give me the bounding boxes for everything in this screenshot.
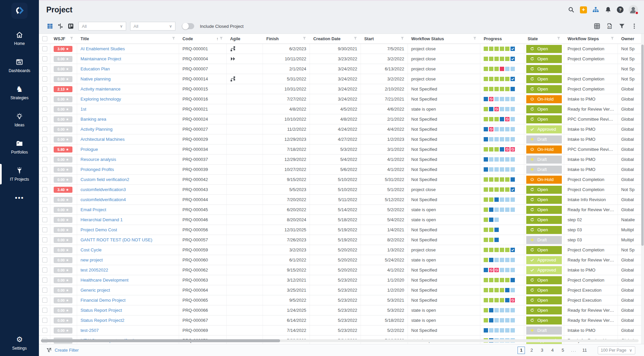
- project-title-link[interactable]: Exploring technology: [80, 97, 121, 102]
- table-row[interactable]: 0.00★Native planningPRQ-0000145/31/20223…: [39, 74, 644, 84]
- project-title-link[interactable]: Status Report Project: [80, 308, 122, 313]
- row-checkbox[interactable]: [42, 46, 47, 51]
- project-title-link[interactable]: new project: [80, 257, 103, 262]
- project-title-link[interactable]: AI Enablement Studies: [80, 46, 125, 51]
- row-checkbox[interactable]: [42, 107, 47, 112]
- sidebar-item-more[interactable]: •••: [0, 190, 39, 205]
- vertical-scrollbar[interactable]: [641, 34, 644, 344]
- column-header-owner[interactable]: Owner: [618, 34, 644, 44]
- table-row[interactable]: 0.00★Healthcare DevelopmentPRQ-0000633/1…: [39, 275, 644, 285]
- table-row[interactable]: 0.00★Activity PlanningPRQ-00002711/2/202…: [39, 124, 644, 134]
- row-checkbox[interactable]: [42, 207, 47, 212]
- add-new-button[interactable]: +: [580, 6, 587, 13]
- row-checkbox[interactable]: [42, 268, 47, 273]
- page-button-5[interactable]: 5: [559, 347, 567, 354]
- swimlane-view-icon[interactable]: [57, 22, 64, 30]
- table-row[interactable]: 0.00★Exploring technologyPRQ-0000167/27/…: [39, 94, 644, 104]
- column-header-progress[interactable]: Progress: [480, 34, 524, 44]
- table-row[interactable]: 0.00★test 20052022PRQ-0000629/15/20225/2…: [39, 265, 644, 275]
- grid-view-icon[interactable]: [46, 22, 54, 30]
- table-row[interactable]: 0.00★Generic projectPRQ-0000643/25/20215…: [39, 285, 644, 295]
- row-checkbox[interactable]: [42, 127, 47, 132]
- project-title-link[interactable]: Project Demo Cost: [80, 227, 117, 232]
- kebab-menu-icon[interactable]: [631, 22, 638, 30]
- column-header-title[interactable]: Title: [77, 34, 179, 44]
- column-header-wsjf[interactable]: WSJF: [50, 34, 77, 44]
- project-title-link[interactable]: Native planning: [80, 76, 111, 81]
- help-icon[interactable]: ?: [617, 6, 624, 13]
- filter-select-1[interactable]: All ∨: [78, 22, 126, 31]
- row-checkbox[interactable]: [42, 157, 47, 162]
- row-checkbox[interactable]: [42, 318, 47, 323]
- project-title-link[interactable]: customfieldverification4: [80, 197, 126, 202]
- page-button-4[interactable]: 4: [549, 347, 556, 354]
- table-row[interactable]: 5.80★ProloguePRQ-0000347/18/20225/3/2022…: [39, 144, 644, 155]
- project-title-link[interactable]: Banking area: [80, 117, 106, 122]
- export-xls-icon[interactable]: XLS: [606, 22, 613, 30]
- filter-funnel-icon[interactable]: [618, 22, 626, 30]
- table-row[interactable]: 0.00★new projectPRQ-0000606/1/20225/20/2…: [39, 255, 644, 265]
- table-row[interactable]: 0.00★Status Report ProjectPRQ-0000661/24…: [39, 305, 644, 315]
- column-filter-icon[interactable]: [171, 36, 176, 42]
- sidebar-item-strategies[interactable]: ♞Strategies: [0, 82, 39, 104]
- project-title-link[interactable]: test 20052022: [80, 268, 108, 273]
- table-row[interactable]: 0.00★Custom field verification2PRQ-00004…: [39, 175, 644, 185]
- column-header-agile[interactable]: Agile: [227, 34, 263, 44]
- table-row[interactable]: 0.00★Email ProjectPRQ-0000456/20/20225/1…: [39, 205, 644, 215]
- column-filter-icon[interactable]: [610, 36, 614, 42]
- table-row[interactable]: 0.00★Project Demo CostPRQ-00005612/31/20…: [39, 225, 644, 235]
- row-checkbox[interactable]: [42, 86, 47, 92]
- project-title-link[interactable]: customfieldverification3: [80, 187, 126, 192]
- horizontal-scrollbar-thumb[interactable]: [41, 339, 280, 342]
- search-icon[interactable]: [568, 6, 575, 13]
- row-checkbox[interactable]: [42, 76, 47, 81]
- table-row[interactable]: 3.40★customfieldverification3PRQ-0000435…: [39, 185, 644, 195]
- sidebar-item-ideas[interactable]: Ideas: [0, 109, 39, 131]
- table-row[interactable]: 0.00★Hierarchial Demand 1PRQ-0000468/20/…: [39, 215, 644, 225]
- column-filter-icon[interactable]: [556, 36, 561, 42]
- column-header-start[interactable]: Start: [361, 34, 408, 44]
- column-filter-icon[interactable]: [473, 36, 477, 42]
- sort-ascending-icon[interactable]: ↑: [216, 37, 218, 41]
- row-checkbox[interactable]: [42, 147, 47, 152]
- user-avatar[interactable]: [629, 5, 638, 14]
- project-title-link[interactable]: Resource analysis: [80, 157, 116, 162]
- row-checkbox[interactable]: [42, 247, 47, 252]
- column-filter-icon[interactable]: [302, 36, 307, 42]
- project-title-link[interactable]: Activity Planning: [80, 127, 112, 132]
- app-logo-icon[interactable]: [11, 3, 28, 19]
- project-title-link[interactable]: test-2507: [80, 328, 99, 333]
- project-title-link[interactable]: Generic project: [80, 288, 110, 293]
- create-filter-button[interactable]: Create Filter: [46, 347, 79, 353]
- page-button-1[interactable]: 1: [518, 347, 525, 354]
- column-header-workflow-steps[interactable]: Workflow Steps: [564, 34, 618, 44]
- row-checkbox[interactable]: [42, 298, 47, 303]
- project-title-link[interactable]: Prolonged Profits: [80, 167, 114, 172]
- row-checkbox[interactable]: [42, 308, 47, 313]
- table-row[interactable]: 0.00★Status Report Project2PRQ-0000676/1…: [39, 315, 644, 325]
- project-title-link[interactable]: Healthcare Development: [80, 278, 128, 283]
- sidebar-item-settings[interactable]: ⚙ Settings: [0, 332, 39, 354]
- project-title-link[interactable]: Hierarchial Demand 1: [80, 217, 123, 222]
- column-header-finish[interactable]: Finish: [263, 34, 310, 44]
- table-row[interactable]: 0.00★Education PlanPRQ-0000072/1/20243/2…: [39, 64, 644, 74]
- column-filter-icon[interactable]: [219, 36, 223, 42]
- row-checkbox[interactable]: [42, 257, 47, 262]
- column-header-code[interactable]: Code↑: [179, 34, 227, 44]
- row-checkbox[interactable]: [42, 167, 47, 172]
- project-title-link[interactable]: Status Report Project2: [80, 318, 124, 323]
- table-row[interactable]: 0.00★Architectural MachinesPRQ-00002912/…: [39, 134, 644, 144]
- page-button-3[interactable]: 3: [538, 347, 546, 354]
- project-title-link[interactable]: Prologue: [80, 147, 98, 152]
- sidebar-item-it-projects[interactable]: IT Projects: [0, 163, 39, 185]
- table-row[interactable]: 0.00★Banking areaPRQ-00002410/10/20224/8…: [39, 114, 644, 124]
- table-row[interactable]: 0.00★Cost CyclePRQ-0000593/2/20235/20/20…: [39, 245, 644, 255]
- row-checkbox[interactable]: [42, 56, 47, 61]
- column-filter-icon[interactable]: [69, 36, 74, 42]
- project-title-link[interactable]: Architectural Machines: [80, 137, 125, 142]
- project-title-link[interactable]: Education Plan: [80, 66, 110, 71]
- table-row[interactable]: 0.00★test-2507PRQ-0000697/14/20225/23/20…: [39, 325, 644, 336]
- page-button-11[interactable]: 11: [581, 347, 588, 354]
- project-title-link[interactable]: Cost Cycle: [80, 247, 102, 252]
- row-checkbox[interactable]: [42, 328, 47, 333]
